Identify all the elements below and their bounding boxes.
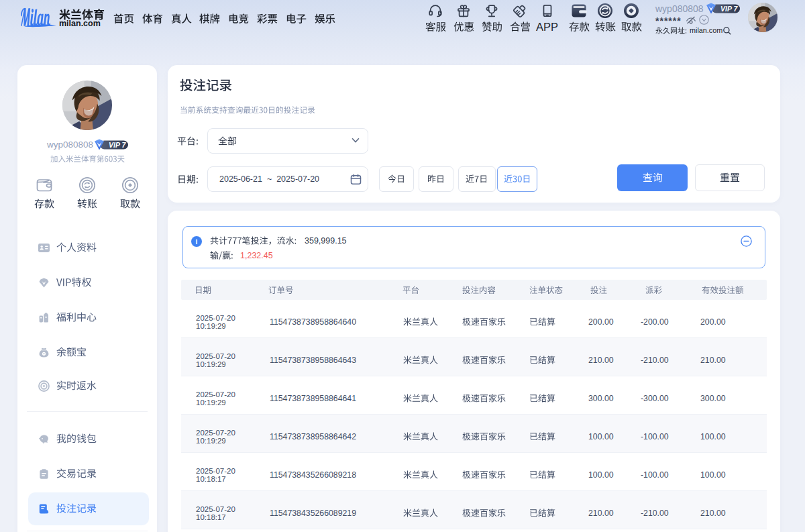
svg-text:i: i xyxy=(196,237,198,246)
svg-text:VIP 7: VIP 7 xyxy=(109,141,126,149)
svg-text:VIP 7: VIP 7 xyxy=(720,5,738,13)
